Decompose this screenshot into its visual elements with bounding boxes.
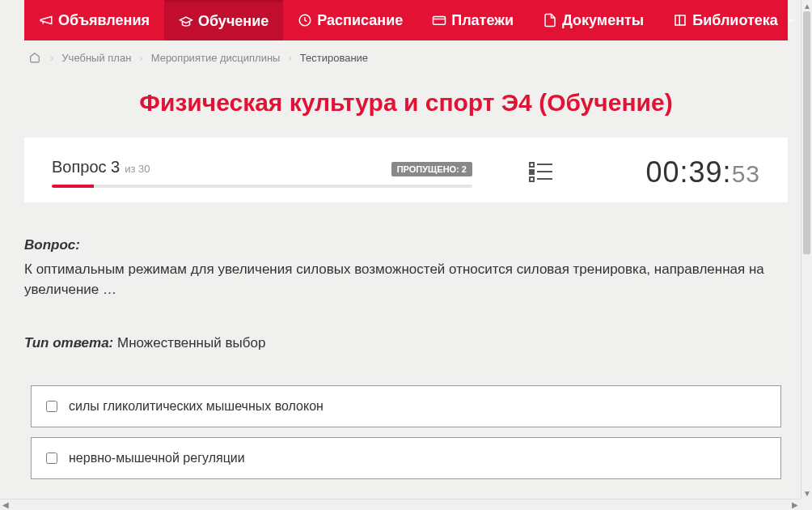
card-icon: [432, 13, 446, 28]
page-title: Физическая культура и спорт Э4 (Обучение…: [0, 89, 812, 117]
nav-item-label: Библиотека: [692, 12, 778, 29]
megaphone-icon: [39, 13, 53, 28]
nav-item-label: Платежи: [451, 12, 514, 29]
answer-option-text: силы гликолитических мышечных волокон: [69, 399, 324, 414]
answer-option[interactable]: нервно-мышечной регуляции: [31, 437, 781, 479]
timer: 00:39:53: [646, 155, 760, 189]
scroll-up-arrow-icon[interactable]: ▲: [801, 0, 812, 11]
horizontal-scrollbar[interactable]: ◀ ▶: [0, 499, 801, 510]
nav-item-graduation[interactable]: Обучение: [164, 0, 283, 40]
vertical-scrollbar[interactable]: ▲ ▼: [801, 0, 812, 499]
progress-bar: [52, 185, 472, 188]
chevron-right-icon: ›: [139, 52, 142, 64]
nav-item-card[interactable]: Платежи: [417, 0, 528, 40]
answer-checkbox[interactable]: [46, 453, 57, 464]
question-total: из 30: [125, 163, 150, 175]
scroll-left-arrow-icon[interactable]: ◀: [0, 499, 11, 511]
document-icon: [543, 13, 557, 28]
breadcrumb-item[interactable]: Учебный план: [61, 52, 131, 64]
nav-item-label: Расписание: [317, 12, 403, 29]
svg-rect-3: [530, 163, 534, 167]
nav-item-clock[interactable]: Расписание: [283, 0, 417, 40]
scroll-right-arrow-icon[interactable]: ▶: [789, 499, 801, 511]
question-number-label: Вопрос 3: [52, 158, 120, 176]
svg-rect-5: [530, 170, 534, 174]
nav-item-label: Объявления: [58, 12, 150, 29]
nav-item-megaphone[interactable]: Объявления: [24, 0, 164, 40]
answer-options: силы гликолитических мышечных волоконнер…: [24, 385, 788, 479]
clock-icon: [298, 13, 312, 28]
svg-rect-1: [433, 17, 446, 25]
nav-item-document[interactable]: Документы: [528, 0, 658, 40]
answer-option-text: нервно-мышечной регуляции: [69, 451, 245, 465]
answer-type-label: Тип ответа:: [24, 335, 113, 351]
chevron-right-icon: ›: [288, 52, 291, 64]
question-text: К оптимальным режимам для увеличения сил…: [24, 259, 788, 300]
breadcrumb-item[interactable]: Мероприятие дисциплины: [151, 52, 281, 64]
nav-item-label: Документы: [562, 12, 644, 29]
answer-option[interactable]: силы гликолитических мышечных волокон: [31, 385, 781, 427]
nav-item-label: Обучение: [198, 13, 269, 30]
top-nav: ОбъявленияОбучениеРасписаниеПлатежиДокум…: [24, 0, 788, 40]
scroll-down-arrow-icon[interactable]: ▼: [801, 487, 812, 499]
skipped-badge: ПРОПУЩЕНО: 2: [391, 162, 472, 176]
nav-item-book[interactable]: Библиотека: [658, 0, 810, 40]
chevron-down-icon: [786, 12, 796, 29]
svg-rect-7: [530, 177, 534, 181]
breadcrumb: › Учебный план › Мероприятие дисциплины …: [27, 50, 785, 65]
book-icon: [673, 13, 687, 28]
home-icon[interactable]: [27, 50, 42, 65]
status-panel: Вопрос 3 из 30 ПРОПУЩЕНО: 2 00:39:53: [24, 138, 788, 202]
answer-checkbox[interactable]: [46, 401, 57, 412]
breadcrumb-current: Тестирование: [300, 52, 368, 64]
question-label: Вопрос:: [24, 237, 80, 253]
graduation-icon: [179, 15, 193, 29]
answer-type-value: Множественный выбор: [117, 335, 265, 351]
question-list-icon[interactable]: [529, 160, 553, 185]
chevron-right-icon: ›: [50, 52, 53, 64]
